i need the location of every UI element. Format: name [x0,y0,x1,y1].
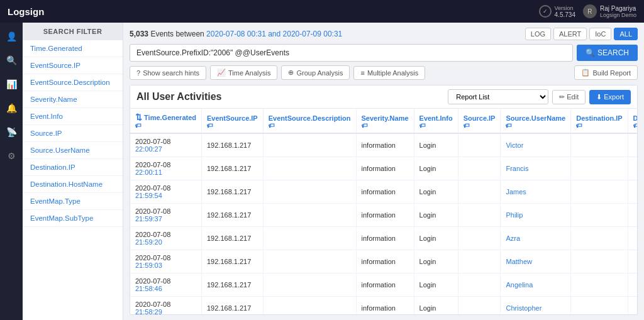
cell-desc [263,204,356,227]
nav-user[interactable]: 👤 [3,28,20,45]
filter-eventmap-subtype[interactable]: EventMap.SubType [23,210,123,227]
sort-icon: ⇅ [135,113,142,122]
tag-icon: 🏷 [269,122,351,129]
tag-icon: 🏷 [362,122,409,129]
cell-event-info: Login [414,157,458,180]
filter-event-info[interactable]: Event.Info [23,108,123,125]
build-report-icon: 📋 [581,69,590,77]
nav-bell[interactable]: 🔔 [3,99,20,117]
filter-source-ip[interactable]: Source.IP [23,125,123,142]
cell-username: Francis [501,157,571,180]
search-button[interactable]: 🔍 SEARCH [577,45,638,61]
filter-eventsource-desc[interactable]: EventSource.Description [23,74,123,91]
table-row: 2020-07-0822:00:27 192.168.1.217 informa… [130,133,637,157]
table-row: 2020-07-0821:59:03 192.168.1.217 informa… [130,250,637,273]
cell-source-ip [458,273,501,297]
group-analysis-icon: ⊕ [288,69,294,77]
multiple-analysis-button[interactable]: ≡ Multiple Analysis [353,66,425,80]
all-button[interactable]: ALL [614,28,638,40]
filter-eventmap-type[interactable]: EventMap.Type [23,193,123,210]
nav-chart[interactable]: 📊 [3,75,20,93]
table-controls: Report List ✏ Edit ⬇ Export [448,89,631,104]
search-input[interactable] [130,44,573,62]
edit-button[interactable]: ✏ Edit [552,90,586,104]
cell-source-ip [458,297,501,315]
topnav: Logsign ✓ Version 4.5.734 R Raj Pagariya… [0,0,644,23]
export-button[interactable]: ⬇ Export [589,90,631,104]
nav-search[interactable]: 🔍 [3,52,20,69]
cell-time: 2020-07-0821:58:46 [130,273,202,297]
build-report-button[interactable]: 📋 Build Report [574,65,638,80]
cell-src-ip: 192.168.1.217 [202,157,264,180]
cell-source-ip [458,204,501,227]
filter-severity-name[interactable]: Severity.Name [23,91,123,108]
col-severity-name[interactable]: Severity.Name 🏷 [356,109,414,133]
alert-button[interactable]: ALERT [553,28,587,40]
col-source-ip[interactable]: Source.IP 🏷 [458,109,501,133]
cell-username: Christopher [501,297,571,315]
cell-dest-host [628,297,637,315]
filter-destination-ip[interactable]: Destination.IP [23,159,123,176]
col-event-info[interactable]: Event.Info 🏷 [414,109,458,133]
version-icon: ✓ [539,5,552,18]
table-row: 2020-07-0822:00:11 192.168.1.217 informa… [130,157,637,180]
top-bar: 5,033 Events between 2020-07-08 00:31 an… [130,28,638,40]
cell-src-ip: 192.168.1.217 [202,297,264,315]
time-analysis-icon: 📈 [217,69,226,77]
col-eventsource-ip[interactable]: EventSource.IP 🏷 [202,109,264,133]
cell-severity: information [356,180,414,204]
cell-dest-host [628,250,637,273]
cell-source-ip [458,157,501,180]
cell-src-ip: 192.168.1.217 [202,273,264,297]
col-destination-hostname[interactable]: Destination.HostName 🏷 [628,109,637,133]
show-hints-button[interactable]: ? Show search hints [130,66,206,80]
search-icon: 🔍 [586,48,595,57]
filter-eventsource-ip[interactable]: EventSource.IP [23,57,123,74]
filter-destination-hostname[interactable]: Destination.HostName [23,176,123,193]
col-time-generated[interactable]: ⇅ Time.Generated 🏷 [130,109,202,133]
cell-desc [263,250,356,273]
nav-network[interactable]: 📡 [3,123,20,141]
cell-event-info: Login [414,273,458,297]
cell-desc [263,297,356,315]
nav-settings[interactable]: ⚙ [3,147,20,165]
edit-label: Edit [567,93,579,101]
date-range: 2020-07-08 00:31 and 2020-07-09 00:31 [206,30,342,38]
cell-dest-ip [571,273,628,297]
multiple-analysis-icon: ≡ [360,69,364,77]
icon-sidebar: 👤 🔍 📊 🔔 📡 ⚙ [0,23,23,320]
table-area: All User Activities Report List ✏ Edit ⬇… [130,85,638,315]
cell-desc [263,273,356,297]
filter-time-generated[interactable]: Time.Generated [23,40,123,57]
edit-icon: ✏ [559,93,565,101]
version-block: ✓ Version 4.5.734 [539,5,575,18]
cell-dest-host [628,180,637,204]
cell-severity: information [356,204,414,227]
cell-dest-ip [571,297,628,315]
search-row: 🔍 SEARCH [130,44,638,62]
cell-source-ip [458,180,501,204]
ioc-button[interactable]: IoC [589,28,611,40]
user-avatar: R [583,4,597,18]
cell-dest-ip [571,250,628,273]
cell-severity: information [356,250,414,273]
col-source-username[interactable]: Source.UserName 🏷 [501,109,571,133]
log-button[interactable]: LOG [525,28,551,40]
group-analysis-button[interactable]: ⊕ Group Analysis [281,65,350,80]
filter-source-username[interactable]: Source.UserName [23,142,123,159]
cell-time: 2020-07-0821:59:20 [130,227,202,250]
log-buttons: LOG ALERT IoC ALL [525,28,638,40]
cell-time: 2020-07-0822:00:27 [130,133,202,157]
cell-event-info: Login [414,180,458,204]
col-eventsource-desc[interactable]: EventSource.Description 🏷 [263,109,356,133]
table-row: 2020-07-0821:58:29 192.168.1.217 informa… [130,297,637,315]
cell-username: James [501,180,571,204]
tag-icon: 🏷 [576,122,622,129]
cell-src-ip: 192.168.1.217 [202,180,264,204]
col-destination-ip[interactable]: Destination.IP 🏷 [571,109,628,133]
report-list-select[interactable]: Report List [448,89,548,104]
cell-dest-ip [571,204,628,227]
cell-dest-host [628,273,637,297]
event-count: 5,033 [130,30,148,38]
time-analysis-button[interactable]: 📈 Time Analysis [210,65,277,80]
